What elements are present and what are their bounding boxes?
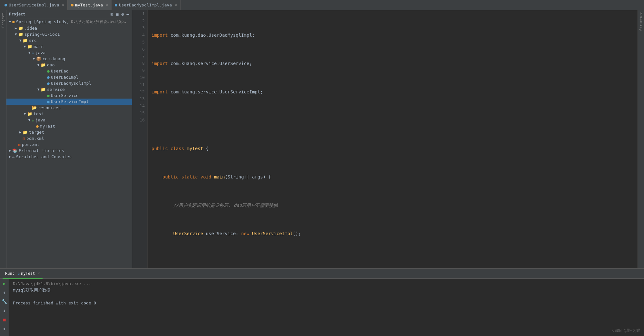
- structure-tab-label[interactable]: Structure: [639, 12, 643, 31]
- run-camera-button[interactable]: 📷: [1, 334, 8, 336]
- tree-item-comkuang[interactable]: ▼ 📦 com.kuang: [6, 56, 132, 62]
- label-src: src: [29, 38, 36, 43]
- tree-item-main[interactable]: ▼ 📁 main: [6, 43, 132, 50]
- pom-icon-2: m: [18, 142, 21, 147]
- label-test-java: java: [35, 118, 45, 122]
- code-line-1: import com.kuang.dao.UserDaoMysqlImpl;: [151, 32, 634, 39]
- label-userservice: UserService: [51, 93, 79, 98]
- tree-item-java[interactable]: ▼ ☕ java: [6, 50, 132, 56]
- tab-mytest[interactable]: myTest.java ✕: [68, 0, 112, 10]
- tree-item-pom2[interactable]: m pom.xml: [6, 141, 132, 148]
- tree-item-spring01[interactable]: ▼ 📁 spring-01-ioc1: [6, 31, 132, 37]
- code-editor[interactable]: 1 2 3 4 5 6 7 8 9 10 11 12 13 14 15 16: [132, 10, 638, 268]
- settings-icon[interactable]: ⚙: [121, 12, 124, 17]
- label-mytest: myTest: [40, 124, 55, 129]
- tab-userserviceimpl[interactable]: UserServiceImpl.java ✕: [1, 0, 68, 10]
- line-num-13: 13: [135, 95, 145, 102]
- tree-item-userserviceimpl[interactable]: ● UserServiceImpl: [6, 99, 132, 105]
- expand-arrow-testjava: ▼: [27, 118, 32, 122]
- code-token: class: [171, 145, 187, 152]
- code-token: UserServiceImpl: [252, 230, 293, 237]
- tree-item-dao[interactable]: ▼ 📁 dao: [6, 62, 132, 68]
- tree-item-service[interactable]: ▼ 📁 service: [6, 86, 132, 92]
- run-output-text1: mysql获取用户数据: [13, 288, 51, 293]
- run-play-button[interactable]: ▶: [1, 280, 8, 287]
- tree-item-resources[interactable]: 📂 resources: [6, 105, 132, 111]
- label-idea: .idea: [24, 26, 37, 31]
- right-structure-tab[interactable]: Structure: [638, 10, 644, 268]
- line-num-6: 6: [135, 46, 145, 53]
- run-exit-line: Process finished with exit code 0: [13, 300, 640, 306]
- expand-arrow-service: ▼: [36, 87, 41, 91]
- code-token: userService=: [206, 230, 241, 237]
- interface-icon-userservice: ●: [47, 93, 50, 98]
- folder-icon-src: 📁: [23, 38, 28, 43]
- expand-all-icon[interactable]: ⊞: [111, 12, 113, 17]
- run-tab-close[interactable]: ✕: [38, 271, 40, 275]
- interface-icon-userdao: ●: [47, 69, 50, 73]
- tree-item-pom1[interactable]: m pom.xml: [6, 135, 132, 141]
- run-tab-name-area: ☕ myTest: [17, 271, 35, 276]
- test-java-icon: ☕: [32, 118, 34, 122]
- watermark: CSDN @星~闪耀: [612, 328, 640, 333]
- left-project-tab[interactable]: Project: [0, 10, 6, 268]
- run-tab-mytest[interactable]: Run: ☕ myTest ✕: [3, 269, 43, 279]
- code-token: (String[] args) {: [225, 173, 271, 180]
- label-userserviceimpl: UserServiceImpl: [51, 99, 89, 104]
- code-line-5: ▶ public class myTest {: [151, 145, 634, 152]
- run-cmd-line: D:\Java\jdk1.8\bin\java.exe ...: [13, 281, 640, 287]
- label-extlibs: External Libraries: [19, 148, 64, 153]
- code-token: myTest: [187, 145, 206, 152]
- code-token: import: [151, 32, 171, 39]
- code-token: ();: [293, 230, 301, 237]
- folder-icon-spring01: 📁: [18, 32, 23, 37]
- expand-arrow-extlibs: ▶: [8, 149, 12, 153]
- tree-item-scratches[interactable]: ▶ ✏ Scratches and Consoles: [6, 154, 132, 160]
- path-spring-study: D:\学习笔记\狂神说Java\Sp…: [71, 19, 126, 24]
- tree-item-src[interactable]: ▼ 📁 src: [6, 37, 132, 43]
- tree-item-test-java[interactable]: ▼ ☕ java: [6, 117, 132, 123]
- code-line-9: [151, 258, 634, 265]
- class-icon-userserviceimpl: ●: [47, 99, 50, 104]
- run-scroll-down-button[interactable]: ↓: [1, 307, 8, 314]
- line-num-3: 3: [135, 24, 145, 32]
- run-stop-button[interactable]: ■: [1, 316, 8, 323]
- expand-arrow-src: ▼: [18, 38, 23, 43]
- tab-close-userdaomysqlimpl[interactable]: ✕: [175, 3, 177, 7]
- run-scroll-up-button[interactable]: ↑: [1, 289, 8, 296]
- resources-icon: 📂: [32, 105, 37, 110]
- run-wrench-button[interactable]: 🔧: [1, 298, 8, 305]
- expand-arrow-dao: ▼: [36, 63, 41, 67]
- extlibs-icon: 📚: [12, 148, 17, 153]
- code-token: public: [151, 145, 171, 152]
- left-tab-label[interactable]: Project: [0, 12, 6, 29]
- tree-item-spring-study[interactable]: ▼ ◼ Spring [Spring study] D:\学习笔记\狂神说Jav…: [6, 18, 132, 25]
- run-label: Run:: [5, 271, 15, 276]
- minimize-icon[interactable]: —: [127, 12, 129, 17]
- tree-item-test[interactable]: ▼ 📁 test: [6, 111, 132, 117]
- run-output-line1: mysql获取用户数据: [13, 287, 640, 293]
- tree-item-userdao[interactable]: ● UserDao: [6, 68, 132, 74]
- folder-icon-main: 📁: [27, 44, 32, 49]
- tree-item-extlibs[interactable]: ▶ 📚 External Libraries: [6, 148, 132, 154]
- code-content[interactable]: import com.kuang.dao.UserDaoMysqlImpl; i…: [148, 10, 638, 268]
- sidebar-toolbar: ⊞ ≡ ⚙ —: [111, 12, 129, 17]
- tab-close-mytest[interactable]: ✕: [106, 3, 108, 7]
- code-line-3: import com.kuang.service.UserServiceImpl…: [151, 88, 634, 95]
- tree-item-idea[interactable]: ▶ 📁 .idea: [6, 25, 132, 31]
- code-line-2: import com.kuang.service.UserService;: [151, 60, 634, 67]
- expand-arrow-idea: ▶: [14, 26, 18, 30]
- tab-close-userserviceimpl[interactable]: ✕: [62, 3, 64, 7]
- code-token: [151, 230, 173, 237]
- tree-item-userservice[interactable]: ● UserService: [6, 92, 132, 99]
- run-scroll-end-button[interactable]: ↕: [1, 325, 8, 332]
- tree-item-userdaoimpl[interactable]: ● UserDaoImpl: [6, 74, 132, 80]
- tree-item-mytest[interactable]: ● myTest: [6, 123, 132, 129]
- tree-item-target[interactable]: ▶ 📁 target: [6, 129, 132, 135]
- expand-arrow-test: ▼: [23, 112, 27, 116]
- collapse-all-icon[interactable]: ≡: [116, 12, 119, 17]
- expand-arrow-target: ▶: [18, 130, 23, 134]
- tab-userdaomysqlimpl[interactable]: UserDaoMysqlImpl.java ✕: [112, 0, 181, 10]
- tree-item-userdaomysqlimpl[interactable]: ● UserDaoMysqlImpl: [6, 80, 132, 86]
- bottom-run-panel: Run: ☕ myTest ✕ ▶ ↑ 🔧 ↓ ■ ↕ 📷 ⊞ 🗑 D:\Jav…: [0, 268, 644, 336]
